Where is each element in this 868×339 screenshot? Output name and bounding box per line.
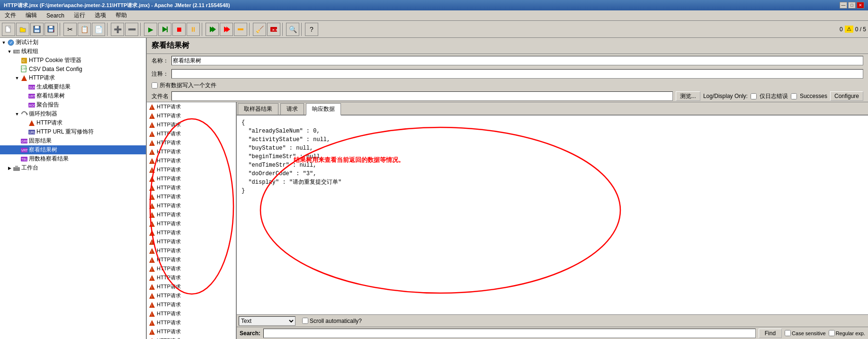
search-toolbar-button[interactable]: 🔍	[286, 23, 299, 36]
expand-workbench[interactable]: ▶	[7, 165, 12, 171]
save-button[interactable]	[30, 23, 44, 36]
list-item-8[interactable]: ! HTTP请求	[147, 174, 236, 183]
open-button[interactable]	[16, 23, 29, 36]
list-item-7[interactable]: ! HTTP请求	[147, 165, 236, 174]
list-item-18[interactable]: ! HTTP请求	[147, 264, 236, 273]
help-toolbar-button[interactable]: ?	[305, 23, 318, 36]
menu-file[interactable]: 文件	[2, 10, 19, 20]
tree-item-view-tree-1[interactable]: VRT 察看结果树	[0, 91, 146, 100]
tree-item-thread-group[interactable]: ▼ THR 线程组	[0, 47, 146, 56]
tab-sampler-result[interactable]: 取样器结果	[238, 103, 278, 115]
cut-button[interactable]: ✂	[63, 23, 77, 36]
case-sensitive-checkbox[interactable]	[785, 330, 791, 336]
tree-item-test-plan[interactable]: ▼ ✓ 测试计划	[0, 38, 146, 47]
saveas-button[interactable]: +	[45, 23, 58, 36]
list-item-2[interactable]: ! HTTP请求	[147, 120, 236, 129]
tree-item-csv[interactable]: CSV CSV Data Set Config	[0, 65, 146, 73]
text-format-select[interactable]: Text HTML JSON XML	[239, 316, 295, 326]
configure-button[interactable]: Configure	[830, 91, 863, 101]
tree-item-summary[interactable]: SUM 生成概要结果	[0, 82, 146, 91]
list-item-11[interactable]: ! HTTP请求	[147, 201, 236, 210]
search-input[interactable]	[263, 329, 756, 338]
remote-shutdown-button[interactable]	[234, 23, 247, 36]
regex-checkbox[interactable]	[829, 330, 835, 336]
list-item-19[interactable]: ! HTTP请求	[147, 273, 236, 282]
list-item-12[interactable]: ! HTTP请求	[147, 210, 236, 219]
file-input[interactable]	[171, 91, 673, 101]
bottom-bar: Text HTML JSON XML Scroll automatically?	[237, 314, 868, 327]
list-item-24[interactable]: ! HTTP请求	[147, 318, 236, 327]
expand-thread-group[interactable]: ▼	[7, 49, 12, 54]
tab-request[interactable]: 请求	[280, 103, 304, 115]
browse-button[interactable]: 测览...	[676, 91, 700, 101]
tree-label-aggregate: 聚合报告	[36, 101, 59, 109]
paste-button[interactable]: 📄	[92, 23, 105, 36]
list-item-26[interactable]: ! HTTP请求	[147, 336, 236, 339]
expand-button[interactable]: ➕	[111, 23, 124, 36]
minimize-button[interactable]: —	[840, 2, 847, 9]
tree-item-cookie[interactable]: C HTTP Cookie 管理器	[0, 56, 146, 65]
list-item-15[interactable]: ! HTTP请求	[147, 237, 236, 246]
list-item-21[interactable]: ! HTTP请求	[147, 291, 236, 300]
name-input[interactable]	[171, 56, 863, 65]
list-item-17[interactable]: ! HTTP请求	[147, 255, 236, 264]
expand-http-req-main[interactable]: ▼	[14, 75, 20, 81]
file-row: 文件名 测览...	[152, 91, 700, 101]
shutdown-button[interactable]: ⏸	[187, 23, 200, 36]
list-item-9[interactable]: ! HTTP请求	[147, 183, 236, 192]
menu-edit[interactable]: 编辑	[23, 10, 40, 20]
list-item-23[interactable]: ! HTTP请求	[147, 309, 236, 318]
tree-item-graph[interactable]: GRP 固形结果	[0, 136, 146, 145]
tree-item-http-req-main[interactable]: ▼ HTTP请求	[0, 73, 146, 82]
find-button[interactable]: Find	[759, 329, 782, 338]
tab-response-data[interactable]: 响应数据	[306, 103, 341, 116]
tree-item-view-tree-2[interactable]: VRT 察看结果树	[0, 145, 146, 154]
list-item-6[interactable]: ! HTTP请求	[147, 156, 236, 165]
svg-rect-42	[13, 167, 20, 171]
list-item-20[interactable]: ! HTTP请求	[147, 282, 236, 291]
close-button[interactable]: ✕	[857, 2, 864, 9]
successes-checkbox[interactable]	[791, 93, 797, 99]
remote-run-button[interactable]	[206, 23, 219, 36]
maximize-button[interactable]: □	[848, 2, 856, 9]
new-button[interactable]	[2, 23, 15, 36]
menu-search[interactable]: Search	[44, 11, 67, 20]
write-all-checkbox[interactable]	[152, 82, 158, 89]
expand-test-plan[interactable]: ▼	[1, 40, 7, 45]
scroll-auto-checkbox[interactable]	[302, 318, 308, 324]
comment-input[interactable]	[171, 69, 863, 79]
tree-item-url-modifier[interactable]: URL HTTP URL 重写修饰符	[0, 127, 146, 136]
list-item-22[interactable]: ! HTTP请求	[147, 300, 236, 309]
svg-text:!: !	[152, 106, 152, 109]
remote-stop-button[interactable]	[220, 23, 233, 36]
list-item-5[interactable]: ! HTTP请求	[147, 147, 236, 156]
list-item-1[interactable]: ! HTTP请求	[147, 111, 236, 120]
list-item-4[interactable]: ! HTTP请求	[147, 138, 236, 147]
tree-item-table-view[interactable]: TBL 用数格察看结果	[0, 154, 146, 163]
list-item-25[interactable]: ! HTTP请求	[147, 327, 236, 336]
list-item-13[interactable]: ! HTTP请求	[147, 219, 236, 228]
tree-item-workbench[interactable]: ▶ 工作台	[0, 163, 146, 172]
expand-loop-ctrl[interactable]: ▼	[14, 111, 20, 117]
list-item-14[interactable]: ! HTTP请求	[147, 228, 236, 237]
menu-run[interactable]: 运行	[71, 10, 88, 20]
list-item-3[interactable]: ! HTTP请求	[147, 129, 236, 138]
clear-button[interactable]: 🧹	[253, 23, 266, 36]
list-item-0[interactable]: ! HTTP请求	[147, 102, 236, 111]
run-no-pause-button[interactable]	[158, 23, 171, 36]
tree-label-view-tree-2: 察看结果树	[29, 146, 57, 154]
tree-item-aggregate[interactable]: AGG 聚合报告	[0, 100, 146, 109]
tree-item-loop-ctrl[interactable]: ▼ 循环控制器	[0, 109, 146, 118]
clear-all-button[interactable]: ✕✕	[267, 23, 280, 36]
stop-button[interactable]: ⏹	[172, 23, 186, 36]
run-button[interactable]: ▶	[144, 23, 157, 36]
list-item-16[interactable]: ! HTTP请求	[147, 246, 236, 255]
tree-label-cookie: HTTP Cookie 管理器	[29, 56, 81, 64]
tree-item-http-req-inner[interactable]: HTTP请求	[0, 118, 146, 127]
copy-button[interactable]: 📋	[78, 23, 91, 36]
list-item-10[interactable]: ! HTTP请求	[147, 192, 236, 201]
menu-options[interactable]: 选项	[92, 10, 109, 20]
collapse-button[interactable]: ➖	[125, 23, 138, 36]
menu-help[interactable]: 帮助	[113, 10, 130, 20]
errors-only-checkbox[interactable]	[751, 93, 757, 99]
